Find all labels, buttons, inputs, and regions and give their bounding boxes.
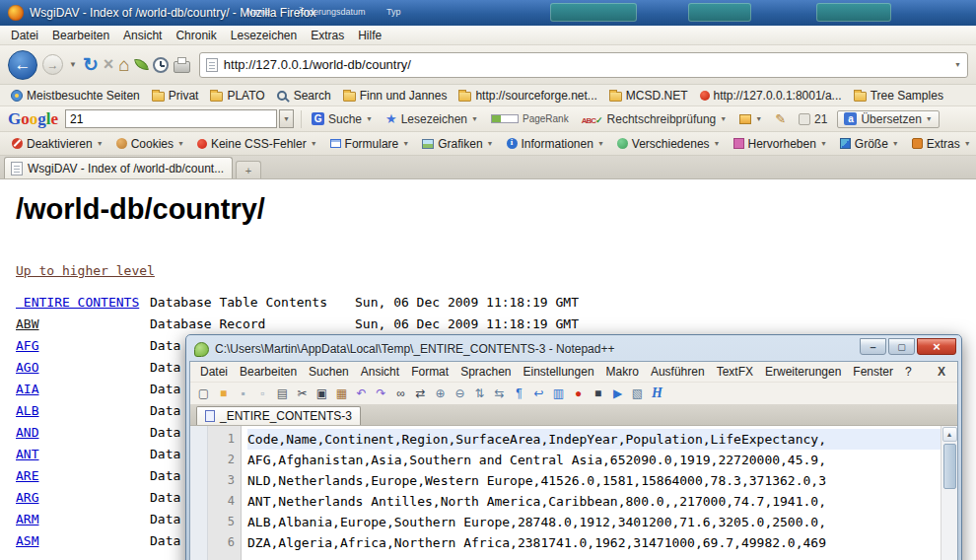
zoom-out-icon[interactable]: ⊖ [451,385,469,402]
close-button[interactable] [917,338,956,355]
bookmark-tree-samples[interactable]: Tree Samples [849,88,948,104]
save-icon[interactable]: ▪ [234,385,252,402]
doc-map-icon[interactable]: ▧ [628,385,647,402]
paste-icon[interactable]: ▦ [332,385,351,402]
bookmark-folder-plato[interactable]: PLATO [205,88,269,104]
listing-entry-link[interactable]: AIA [16,382,150,396]
scroll-up-icon[interactable] [942,427,957,442]
show-symbols-icon[interactable]: ¶ [510,385,528,402]
redo-icon[interactable]: ↷ [372,385,390,402]
menu-item[interactable]: Sprachen [454,363,517,381]
sync-vertical-icon[interactable]: ⇅ [470,385,489,402]
forward-button[interactable] [42,54,63,75]
menu-item[interactable]: Datei [194,363,234,381]
webdev-disable[interactable]: Deaktivieren [6,135,109,153]
save-all-icon[interactable]: ▫ [253,385,272,402]
stop-icon[interactable] [104,54,114,75]
send-to-button[interactable] [736,112,765,126]
play-macro-icon[interactable]: ▶ [608,385,627,402]
menu-item[interactable]: Ausführen [645,363,711,381]
webdev-outline[interactable]: Hervorheben [728,135,833,153]
webdev-resize[interactable]: Größe [834,135,905,153]
home-icon[interactable] [118,54,129,76]
webdev-information[interactable]: Informationen [501,135,610,153]
find-icon[interactable]: ∞ [391,385,410,402]
menu-item[interactable]: Ansicht [355,363,405,381]
menu-item[interactable]: Lesezeichen [224,27,304,44]
notepadpp-titlebar[interactable]: C:\Users\Martin\AppData\Local\Temp\_ENTI… [189,337,958,361]
print-icon[interactable] [174,61,190,73]
bookmark-folder-finn-und-jannes[interactable]: Finn und Jannes [338,88,453,104]
listing-entry-link[interactable]: AND [16,425,150,440]
editor-area[interactable]: 123456 Code,Name,Continent,Region,Surfac… [190,426,957,560]
history-dropdown-icon[interactable] [68,60,78,69]
listing-entry-link[interactable]: ASM [16,533,150,548]
firefox-titlebar[interactable]: WsgiDAV - Index of /world-db/country/ - … [0,0,976,26]
listing-entry-link[interactable]: ARM [16,512,150,526]
clock-addon-icon[interactable] [153,57,169,73]
listing-entry-link[interactable]: AGO [16,360,150,375]
google-search-dropdown-icon[interactable] [279,109,294,128]
listing-entry-link[interactable]: ARG [16,490,150,505]
menu-item[interactable]: Erweiterungen [759,363,847,381]
replace-icon[interactable]: ⇄ [411,385,430,402]
webdev-css-errors[interactable]: Keine CSS-Fehler [191,135,323,153]
menu-item[interactable]: ? [899,363,918,381]
menu-item[interactable]: Chronik [169,27,223,44]
cut-icon[interactable]: ✂ [293,385,312,402]
bookmark-search[interactable]: Search [272,88,336,104]
undo-icon[interactable]: ↶ [352,385,371,402]
translate-button[interactable]: Übersetzen [837,110,939,128]
webdev-cookies[interactable]: Cookies [110,135,190,153]
stop-macro-icon[interactable]: ■ [589,385,607,402]
bookmark-mcsd-net[interactable]: MCSD.NET [604,88,693,104]
refresh-icon[interactable] [83,53,99,76]
open-file-icon[interactable]: ■ [214,385,233,402]
popup-blocker-counter[interactable]: 21 [796,110,830,128]
menu-item[interactable]: Hilfe [351,27,388,44]
menu-item[interactable]: TextFX [711,363,759,381]
bookmark-margin[interactable] [190,426,208,560]
menu-item[interactable]: Ansicht [116,27,169,44]
document-tab[interactable]: _ENTIRE_CONTENTS-3 [196,406,361,425]
listing-entry-link[interactable]: ABW [16,316,150,331]
listing-entry-link[interactable]: ENTIRE CONTENTS [16,295,150,310]
webdev-forms[interactable]: Formulare [324,135,416,153]
google-search-input[interactable] [65,109,277,128]
listing-entry-link[interactable]: AFG [16,338,150,353]
webdev-images[interactable]: Grafiken [416,135,499,153]
scrollbar-thumb[interactable] [943,444,956,489]
back-button[interactable] [8,50,37,80]
word-wrap-icon[interactable]: ↩ [529,385,548,402]
autofill-button[interactable] [772,109,789,128]
spellcheck-button[interactable]: Rechtschreibprüfung [579,110,731,128]
record-macro-icon[interactable]: ● [569,385,588,402]
menu-item[interactable]: Suchen [303,363,355,381]
webdev-tools[interactable]: Extras [906,135,976,153]
tab-wsgidav-index[interactable]: WsgiDAV - Index of /world-db/count... [4,157,233,178]
quill-addon-icon[interactable] [134,57,149,72]
listing-entry-link[interactable]: ANT [16,447,150,461]
pagerank-widget[interactable]: PageRank [488,111,572,126]
menu-item[interactable]: Datei [4,27,45,44]
editor-text[interactable]: Code,Name,Continent,Region,SurfaceArea,I… [242,426,941,560]
url-text[interactable]: http://127.0.0.1/world-db/country/ [224,57,948,72]
notepadpp-window[interactable]: C:\Users\Martin\AppData\Local\Temp\_ENTI… [185,334,962,560]
bookmark-localhost-8001[interactable]: http://127.0.0.1:8001/a... [695,88,847,104]
first-char-style-icon[interactable]: H [648,385,666,402]
new-tab-button[interactable] [236,161,261,178]
sync-horizontal-icon[interactable]: ⇆ [490,385,509,402]
menu-item[interactable]: Einstellungen [518,363,600,381]
new-file-icon[interactable]: ▢ [194,385,213,402]
google-search-button[interactable]: Suche [309,110,376,128]
close-document-button[interactable]: X [930,363,953,381]
copy-icon[interactable]: ▣ [313,385,331,402]
print-icon[interactable]: ▤ [273,385,292,402]
minimize-button[interactable] [860,338,886,355]
maximize-button[interactable] [888,338,915,355]
menu-item[interactable]: Bearbeiten [234,363,303,381]
bookmark-folder-privat[interactable]: Privat [147,88,204,104]
google-bookmarks-button[interactable]: Lesezeichen [383,109,481,128]
bookmark-sourceforge[interactable]: http://sourceforge.net... [453,88,601,104]
webdev-miscellaneous[interactable]: Verschiedenes [611,135,727,153]
